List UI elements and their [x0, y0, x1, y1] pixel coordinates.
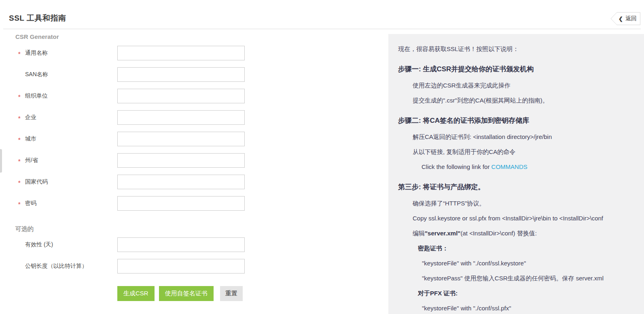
validity-days-input[interactable] [117, 237, 245, 252]
required-asterisk: * [18, 135, 25, 143]
step3-line-2: Copy ssl.keystore or ssl.pfx from <Insta… [398, 214, 634, 222]
commands-line-prefix: Click the following link for [422, 163, 491, 170]
key-length-label: 公钥长度（以比特计算） [25, 263, 117, 270]
step3-heading: 第三步: 将证书与产品绑定。 [398, 183, 634, 192]
pfx-cert-heading: 对于PFX 证书: [398, 289, 634, 297]
form-row-key-length: 公钥长度（以比特计算） [9, 259, 381, 273]
form-row-state: * 州/省 [9, 153, 381, 168]
form-buttons: 生成CSR 使用自签名证书 重置 [117, 286, 381, 301]
generate-csr-button[interactable]: 生成CSR [117, 286, 155, 301]
back-button[interactable]: ❮ 返回 [610, 12, 640, 25]
step1-line-1: 使用左边的CSR生成器来完成此操作 [398, 81, 634, 90]
form-row-san-name: SAN名称 [9, 67, 381, 82]
form-row-password: * 密码 [9, 196, 381, 211]
collapsed-panel-handle[interactable] [0, 149, 2, 173]
header-divider [3, 29, 641, 29]
self-signed-cert-button[interactable]: 使用自签名证书 [159, 286, 214, 301]
form-row-city: * 城市 [9, 132, 381, 146]
password-input[interactable] [117, 196, 245, 211]
back-button-content: ❮ 返回 [619, 12, 640, 25]
key-length-input[interactable] [117, 259, 245, 273]
common-name-label: 通用名称 [25, 49, 117, 57]
password-label: 密码 [25, 200, 117, 207]
edit-suffix: (at <InstallDir>\conf) 替换值: [460, 230, 536, 237]
org-unit-input[interactable] [117, 89, 245, 103]
csr-generator-title: CSR Generator [15, 33, 381, 41]
san-name-input[interactable] [117, 67, 245, 82]
required-asterisk: * [18, 113, 25, 122]
organization-label: 企业 [25, 114, 117, 121]
step2-line-1: 解压CA返回的证书到: <installation directory>/jre… [398, 132, 634, 141]
form-row-country-code: * 国家代码 [9, 175, 381, 189]
commands-link[interactable]: COMMANDS [491, 163, 527, 170]
keystore-line-2: "keystorePass" 使用您输入CSR生成器的任何密码。保存 serve… [398, 274, 634, 282]
step3-line-1: 确保选择了“HTTPS”协议。 [398, 199, 634, 207]
step1-line-2: 提交生成的".csr"到您的CA(根据其网站上的指南)。 [398, 96, 634, 105]
edit-prefix: 编辑 [413, 230, 425, 237]
required-asterisk: * [18, 156, 25, 164]
step3-edit-line: 编辑"server.xml"(at <InstallDir>\conf) 替换值… [398, 229, 634, 237]
city-input[interactable] [117, 132, 245, 146]
keystore-cert-heading: 密匙证书： [398, 244, 634, 252]
step2-heading: 步骤二: 将CA签名的证书添加到密钥存储库 [398, 116, 634, 125]
validity-days-label: 有效性 (天) [25, 241, 117, 248]
required-asterisk: * [18, 49, 25, 57]
page-title: SSL 工具和指南 [9, 13, 66, 23]
form-row-common-name: * 通用名称 [9, 46, 381, 60]
csr-generator-form: CSR Generator * 通用名称 SAN名称 * 组织单位 * 企业 *… [9, 33, 381, 301]
keystore-line-1: "keystoreFile" with "./conf/ssl.keystore… [398, 259, 634, 267]
required-asterisk-placeholder [18, 74, 25, 75]
pfx-line-1: "keystoreFile" with "./conf/ssl.pfx" [398, 304, 634, 312]
optional-section-title: 可选的 [15, 225, 381, 233]
required-asterisk: * [18, 178, 25, 186]
chevron-left-icon: ❮ [619, 16, 623, 21]
required-asterisk: * [18, 92, 25, 100]
country-code-input[interactable] [117, 175, 245, 189]
reset-button[interactable]: 重置 [220, 286, 243, 301]
back-label: 返回 [625, 15, 637, 22]
step1-heading: 步骤一: 生成CSR并提交给你的证书颁发机构 [398, 65, 634, 74]
step2-line-2: 从以下链接, 复制适用于你的CA的命令 [398, 147, 634, 156]
form-row-validity: 有效性 (天) [9, 237, 381, 252]
guide-intro: 现在，很容易获取SSL证书！按照以下说明： [398, 45, 634, 53]
san-name-label: SAN名称 [25, 71, 117, 78]
form-row-organization: * 企业 [9, 110, 381, 125]
org-unit-label: 组织单位 [25, 92, 117, 100]
required-asterisk-placeholder [18, 244, 25, 246]
city-label: 城市 [25, 135, 117, 143]
ssl-guide-panel: 现在，很容易获取SSL证书！按照以下说明： 步骤一: 生成CSR并提交给你的证书… [388, 34, 644, 314]
organization-input[interactable] [117, 110, 245, 125]
required-asterisk-placeholder [18, 265, 25, 267]
country-code-label: 国家代码 [25, 178, 117, 186]
state-input[interactable] [117, 153, 245, 168]
state-label: 州/省 [25, 157, 117, 164]
required-asterisk: * [18, 199, 25, 207]
common-name-input[interactable] [117, 46, 245, 60]
commands-line: Click the following link for COMMANDS [398, 162, 634, 171]
form-row-org-unit: * 组织单位 [9, 89, 381, 103]
server-xml-bold: "server.xml" [425, 230, 460, 237]
